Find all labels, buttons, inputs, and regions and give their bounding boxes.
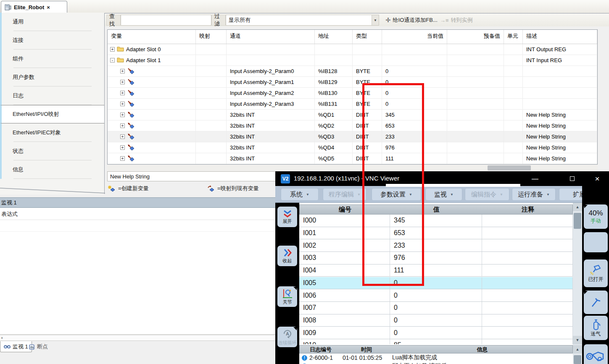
- speed-button[interactable]: 40% 手动: [584, 204, 608, 229]
- column-header-5[interactable]: 类型: [353, 30, 382, 44]
- chevron-down-icon[interactable]: ▼: [372, 15, 379, 25]
- column-header-8[interactable]: 单元: [504, 30, 523, 44]
- sidebar-item-7[interactable]: EtherNet/IPIEC对象: [0, 123, 104, 142]
- column-header-1[interactable]: 变量: [108, 30, 196, 44]
- scroll-up-button[interactable]: ▲: [573, 203, 582, 211]
- table-row[interactable]: +Input Assembly-2_Param2%IB130BYTE0: [108, 88, 597, 99]
- tab-breakpoints[interactable]: 断点: [25, 341, 51, 352]
- menu-4[interactable]: 监视▼: [425, 188, 462, 201]
- tree-expand-toggle[interactable]: +: [120, 91, 125, 95]
- column-header-6[interactable]: 当前值: [382, 30, 447, 44]
- table-row[interactable]: -Adapter Slot 1INT Input REG: [108, 55, 597, 66]
- table-row[interactable]: +Input Assembly-2_Param3%IB131BYTE0: [108, 99, 597, 110]
- tree-expand-toggle[interactable]: +: [120, 145, 125, 150]
- joint-mode-button[interactable]: 关节: [277, 286, 297, 307]
- sidebar-item-1[interactable]: 通用: [0, 13, 104, 31]
- register-table-scrollbar[interactable]: ▲ ▼: [573, 203, 582, 344]
- tree-expand-toggle[interactable]: +: [120, 69, 125, 73]
- menu-6[interactable]: 运行准备▼: [512, 188, 556, 201]
- register-value[interactable]: 0: [390, 327, 482, 339]
- register-row[interactable]: I0070: [299, 302, 573, 314]
- column-header-4[interactable]: 地址: [315, 30, 353, 44]
- sidebar-item-8[interactable]: 状态: [0, 142, 104, 160]
- sidebar-item-label: EtherNet/IPIEC对象: [13, 129, 61, 136]
- table-row[interactable]: +32bits INT%QD1DINT345New Help String: [108, 110, 597, 120]
- filter-select[interactable]: 显示所有 ▼: [226, 15, 379, 26]
- scroll-down-button[interactable]: ▼: [573, 336, 582, 344]
- sidebar-item-2[interactable]: 连接: [0, 31, 104, 50]
- column-header-3[interactable]: 通道: [227, 30, 315, 44]
- splitter-close-icon[interactable]: ×: [1, 336, 3, 340]
- tree-expand-toggle[interactable]: +: [120, 80, 125, 84]
- scrollbar-thumb[interactable]: [488, 165, 531, 170]
- tree-expand-toggle[interactable]: +: [120, 113, 125, 117]
- register-column-header-3[interactable]: 注释: [482, 206, 573, 214]
- collapse-button[interactable]: 收起: [277, 246, 297, 266]
- table-row[interactable]: +32bits INT%QD4DINT976New Help String: [108, 142, 597, 153]
- maximize-button[interactable]: [562, 171, 582, 186]
- table-row[interactable]: +32bits INT%QD5DINT111New Help String: [108, 153, 597, 164]
- tree-expand-toggle[interactable]: +: [120, 102, 125, 106]
- document-tab[interactable]: Elite_Robot ×: [1, 1, 67, 13]
- find-input[interactable]: [121, 15, 211, 26]
- sidebar-item-9[interactable]: 信息: [0, 160, 104, 179]
- register-row[interactable]: I002233: [299, 239, 573, 252]
- log-row[interactable]: !2-6000-101-01 01:05:25Lua脚本加载完成: [299, 354, 573, 362]
- scrollbar-thumb[interactable]: [574, 213, 581, 229]
- register-row[interactable]: I001653: [299, 227, 573, 240]
- add-fb-button[interactable]: ✛ 给IO通道添加FB...: [382, 15, 441, 26]
- register-row[interactable]: I004111: [299, 264, 573, 277]
- table-horizontal-scrollbar[interactable]: [107, 165, 598, 171]
- column-header-2[interactable]: 映射: [196, 30, 227, 44]
- register-row[interactable]: I0090: [299, 327, 573, 339]
- minimize-button[interactable]: —: [525, 171, 545, 186]
- register-value[interactable]: 0: [390, 289, 482, 301]
- table-row[interactable]: +Adapter Slot 0INT Output REG: [108, 44, 597, 55]
- register-value[interactable]: 85: [390, 339, 482, 344]
- register-row[interactable]: I01085: [299, 339, 573, 344]
- close-button[interactable]: ×: [588, 171, 607, 186]
- sidebar-item-4[interactable]: 用户参数: [0, 68, 104, 86]
- drag-teach-button[interactable]: [584, 344, 608, 364]
- continuous-loop-button[interactable]: A 连续循环: [277, 327, 297, 347]
- tree-expand-toggle[interactable]: +: [120, 123, 125, 128]
- register-row[interactable]: I0080: [299, 314, 573, 327]
- register-row[interactable]: I0050: [299, 277, 573, 290]
- table-row[interactable]: +Input Assembly-2_Param0%IB128BYTE0: [108, 66, 597, 77]
- cell-当前值[interactable]: [382, 55, 447, 66]
- menu-5[interactable]: 编辑指令▼: [465, 188, 509, 201]
- log-row[interactable]: !2-242-201-01 01:05:22脚本正在加载,请稍后: [299, 362, 573, 364]
- log-scrollbar[interactable]: ▲: [573, 344, 582, 364]
- table-row[interactable]: +32bits INT%QD2DINT653New Help String: [108, 120, 597, 131]
- cell-单元: [504, 77, 523, 88]
- register-value[interactable]: 0: [390, 302, 482, 314]
- tool-button[interactable]: [584, 291, 608, 314]
- register-row[interactable]: I000345: [299, 215, 573, 227]
- menu-2[interactable]: 程序编辑▼: [323, 188, 366, 201]
- cell-当前值[interactable]: [382, 44, 447, 55]
- tree-expand-toggle[interactable]: +: [120, 134, 125, 139]
- torch-button[interactable]: 已打开: [584, 259, 608, 287]
- menu-1[interactable]: 系统▼: [281, 188, 319, 201]
- sidebar-item-6[interactable]: EtherNet/IPI/O映射: [0, 105, 104, 123]
- scrollbar-thumb[interactable]: [574, 355, 581, 364]
- goto-instance-button[interactable]: →≡ 转到实例: [437, 15, 476, 26]
- tree-expand-toggle[interactable]: +: [120, 156, 125, 161]
- register-row[interactable]: I0060: [299, 289, 573, 302]
- tree-expand-toggle[interactable]: +: [110, 47, 115, 52]
- column-header-9[interactable]: 描述: [523, 30, 597, 44]
- sidebar-item-5[interactable]: 日志: [0, 86, 104, 105]
- sidebar-item-3[interactable]: 组件: [0, 50, 104, 68]
- tree-expand-toggle[interactable]: -: [110, 58, 115, 63]
- expand-button[interactable]: 展开: [277, 207, 297, 227]
- table-row[interactable]: +Input Assembly-2_Param1%IB129BYTE0: [108, 77, 597, 88]
- register-row[interactable]: I003976: [299, 252, 573, 264]
- tab-close-icon[interactable]: ×: [47, 4, 50, 10]
- blank-button[interactable]: [584, 232, 608, 252]
- air-supply-button[interactable]: 送气: [584, 316, 608, 340]
- column-header-7[interactable]: 预备值: [447, 30, 504, 44]
- register-value[interactable]: 0: [390, 314, 482, 327]
- cell-当前值[interactable]: 0: [382, 66, 447, 77]
- table-row[interactable]: +32bits INT%QD3DINT233New Help String: [108, 131, 597, 142]
- scroll-up-button[interactable]: ▲: [573, 345, 582, 354]
